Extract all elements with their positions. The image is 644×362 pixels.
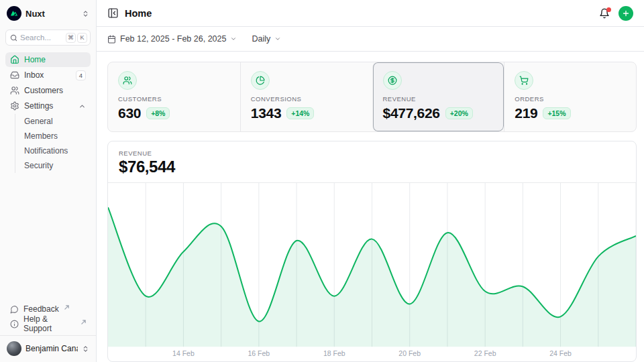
chevron-down-icon (274, 36, 281, 42)
dollar-circle-icon (383, 71, 402, 90)
sidebar-item-customers[interactable]: Customers (5, 83, 91, 98)
stat-value: $477,626 (383, 105, 440, 121)
chart-metric-label: REVENUE (119, 149, 625, 157)
stat-delta-badge: +20% (445, 107, 473, 119)
chart-header: REVENUE $76,544 (108, 141, 636, 183)
command-kbd: ⌘ (66, 33, 76, 43)
sidebar-item-label: Settings (24, 101, 53, 111)
svg-text:14 Feb: 14 Feb (172, 350, 195, 357)
stat-label: REVENUE (383, 95, 494, 103)
stat-delta-badge: +8% (146, 107, 170, 119)
sidebar-item-members[interactable]: Members (15, 129, 91, 143)
inbox-icon (10, 70, 19, 80)
sidebar-item-notifications[interactable]: Notifications (15, 143, 91, 158)
sidebar-collapse-icon[interactable] (107, 7, 119, 19)
stat-value: 630 (118, 105, 141, 121)
sidebar-item-inbox[interactable]: Inbox 4 (5, 68, 91, 82)
chevrons-up-down-icon (82, 345, 89, 353)
external-link-icon (64, 305, 69, 310)
nuxt-logo-icon (7, 6, 21, 21)
revenue-chart-card: REVENUE $76,544 14 Feb16 Feb18 Feb20 Feb… (107, 141, 637, 362)
chevrons-up-down-icon (82, 10, 89, 17)
chevron-down-icon (230, 36, 237, 42)
svg-text:20 Feb: 20 Feb (398, 350, 421, 357)
chart-metric-value: $76,544 (119, 158, 625, 176)
stat-card-revenue[interactable]: REVENUE $477,626 +20% (372, 62, 504, 131)
user-name: Benjamin Canac (25, 344, 78, 353)
stat-card-orders[interactable]: ORDERS 219 +15% (504, 62, 636, 131)
gear-icon (10, 101, 19, 111)
user-menu[interactable]: Benjamin Canac (5, 341, 91, 357)
notification-dot (606, 7, 611, 12)
plus-icon (622, 9, 630, 17)
team-switcher[interactable]: Nuxt (5, 5, 91, 21)
stat-card-customers[interactable]: CUSTOMERS 630 +8% (108, 62, 240, 131)
stat-delta-badge: +15% (543, 107, 570, 119)
date-range-label: Feb 12, 2025 - Feb 26, 2025 (120, 34, 226, 44)
main-header: Home (97, 0, 644, 27)
settings-submenu: General Members Notifications Security (15, 114, 91, 173)
granularity-select[interactable]: Daily (252, 34, 281, 44)
k-kbd: K (77, 33, 87, 43)
sidebar-item-general[interactable]: General (15, 114, 91, 129)
svg-text:18 Feb: 18 Feb (323, 350, 345, 357)
stat-value: 1343 (251, 105, 282, 121)
sidebar-divider (0, 335, 96, 336)
notifications-button[interactable] (599, 8, 610, 19)
info-icon (10, 320, 19, 328)
team-name: Nuxt (25, 9, 78, 19)
sidebar-item-label: Home (24, 55, 46, 64)
avatar (7, 341, 21, 356)
cart-icon (515, 71, 533, 90)
stat-label: CUSTOMERS (118, 95, 230, 103)
main-area: Home Feb 12, 2025 - Feb 26, 2025 (97, 0, 644, 362)
sidebar-item-label: Inbox (24, 70, 44, 80)
chevron-up-icon (78, 103, 86, 110)
sidebar-item-home[interactable]: Home (5, 52, 91, 67)
search-input[interactable]: ⌘ K (5, 29, 91, 46)
svg-text:16 Feb: 16 Feb (248, 350, 270, 357)
stats-row: CUSTOMERS 630 +8% CONVERSIONS 1343 +14% (107, 62, 637, 132)
revenue-chart: 14 Feb16 Feb18 Feb20 Feb22 Feb24 Feb (108, 183, 636, 361)
message-bubble-icon (10, 305, 19, 314)
stat-label: CONVERSIONS (251, 95, 362, 103)
filters-toolbar: Feb 12, 2025 - Feb 26, 2025 Daily (97, 27, 644, 52)
stat-label: ORDERS (515, 95, 626, 103)
sidebar-item-settings[interactable]: Settings (5, 99, 91, 113)
external-link-icon (81, 320, 86, 324)
stat-card-conversions[interactable]: CONVERSIONS 1343 +14% (240, 62, 372, 131)
svg-text:24 Feb: 24 Feb (549, 350, 572, 357)
page-title: Home (125, 8, 152, 19)
stat-value: 219 (515, 105, 537, 121)
svg-text:22 Feb: 22 Feb (474, 350, 496, 357)
date-range-picker[interactable]: Feb 12, 2025 - Feb 26, 2025 (107, 34, 237, 44)
help-support-link[interactable]: Help & Support (5, 316, 91, 331)
content: CUSTOMERS 630 +8% CONVERSIONS 1343 +14% (97, 52, 644, 362)
home-icon (10, 55, 19, 64)
search-field[interactable] (20, 34, 63, 42)
add-button[interactable] (619, 6, 633, 21)
sidebar-nav: Home Inbox 4 Customers Settings (5, 52, 91, 174)
stat-delta-badge: +14% (286, 107, 314, 119)
users-stat-icon (118, 71, 137, 90)
users-icon (10, 86, 19, 95)
sidebar-item-security[interactable]: Security (15, 158, 91, 173)
inbox-count-badge: 4 (76, 70, 86, 80)
chart-plot-area: 14 Feb16 Feb18 Feb20 Feb22 Feb24 Feb (108, 183, 636, 361)
granularity-label: Daily (252, 34, 270, 44)
calendar-icon (107, 35, 116, 44)
sidebar-item-label: Customers (24, 86, 63, 95)
pie-chart-icon (251, 71, 270, 90)
search-icon (10, 34, 17, 42)
sidebar: Nuxt ⌘ K Home I (0, 0, 97, 362)
app-root: Nuxt ⌘ K Home I (0, 0, 644, 362)
